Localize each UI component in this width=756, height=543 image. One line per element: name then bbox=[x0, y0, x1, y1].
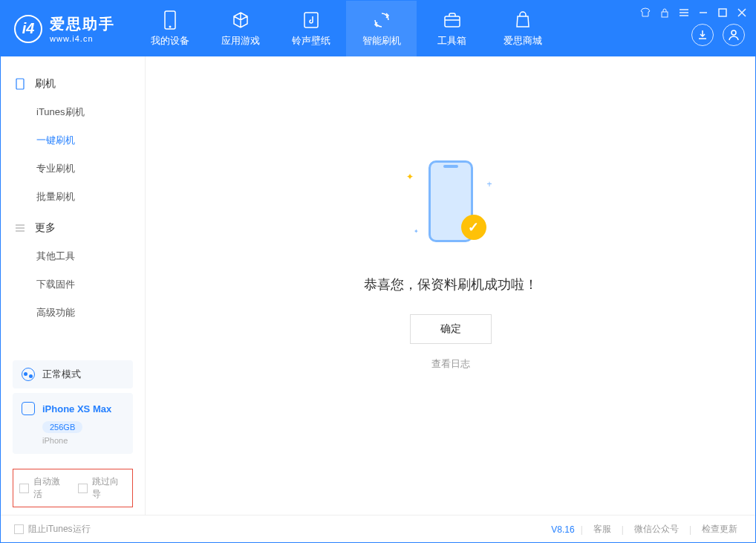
close-button[interactable] bbox=[736, 7, 748, 19]
nav-label: 爱思商城 bbox=[504, 34, 542, 48]
bag-icon bbox=[513, 10, 532, 30]
nav-my-device[interactable]: 我的设备 bbox=[134, 1, 205, 56]
sidebar-item-download-firmware[interactable]: 下载固件 bbox=[1, 270, 145, 299]
nav-flash[interactable]: 智能刷机 bbox=[346, 1, 417, 56]
checkbox-icon bbox=[19, 484, 29, 493]
sidebar-item-oneclick-flash[interactable]: 一键刷机 bbox=[1, 126, 145, 155]
app-logo: i4 爱思助手 www.i4.cn bbox=[1, 14, 134, 43]
nav-store[interactable]: 爱思商城 bbox=[487, 1, 558, 56]
version-label: V8.16 bbox=[551, 524, 574, 535]
device-card[interactable]: iPhone XS Max 256GB iPhone bbox=[13, 393, 133, 454]
device-icon bbox=[160, 10, 180, 30]
phone-icon bbox=[14, 78, 26, 90]
flash-options-highlighted: 自动激活 跳过向导 bbox=[13, 469, 133, 507]
music-icon bbox=[302, 10, 321, 30]
checkbox-icon bbox=[14, 524, 24, 534]
svg-point-6 bbox=[731, 30, 736, 35]
sidebar-flash-header: 刷机 bbox=[1, 70, 145, 98]
sidebar: 刷机 iTunes刷机 一键刷机 专业刷机 批量刷机 更多 其他工具 下载固件 … bbox=[1, 56, 146, 515]
app-title: 爱思助手 bbox=[50, 14, 115, 34]
nav-label: 我的设备 bbox=[151, 34, 189, 48]
sidebar-item-itunes-flash[interactable]: iTunes刷机 bbox=[1, 98, 145, 126]
ok-button[interactable]: 确定 bbox=[410, 314, 492, 344]
nav-ringtones[interactable]: 铃声壁纸 bbox=[276, 1, 346, 56]
sparkle-icon: ✦ bbox=[414, 228, 419, 235]
download-button[interactable] bbox=[691, 24, 714, 46]
nav-toolbox[interactable]: 工具箱 bbox=[417, 1, 487, 56]
status-bar: 阻止iTunes运行 V8.16 | 客服 | 微信公众号 | 检查更新 bbox=[1, 515, 755, 543]
sparkle-icon: ✦ bbox=[406, 172, 414, 182]
mode-label: 正常模式 bbox=[42, 368, 81, 381]
success-message: 恭喜您，保资料刷机成功啦！ bbox=[364, 276, 538, 293]
svg-rect-3 bbox=[445, 16, 460, 27]
title-bar: i4 爱思助手 www.i4.cn 我的设备 应用游戏 铃声壁纸 智能刷机 工具… bbox=[1, 1, 755, 56]
minimize-button[interactable] bbox=[697, 7, 709, 19]
device-mode-status[interactable]: 正常模式 bbox=[13, 360, 133, 388]
storage-badge: 256GB bbox=[42, 421, 82, 433]
user-button[interactable] bbox=[723, 24, 745, 46]
mode-icon bbox=[22, 368, 35, 381]
support-link[interactable]: 客服 bbox=[589, 523, 616, 536]
nav-apps[interactable]: 应用游戏 bbox=[205, 1, 276, 56]
device-icon bbox=[22, 402, 35, 415]
main-nav: 我的设备 应用游戏 铃声壁纸 智能刷机 工具箱 爱思商城 bbox=[134, 1, 558, 56]
window-controls bbox=[639, 7, 748, 19]
device-type: iPhone bbox=[42, 436, 124, 445]
cube-icon bbox=[231, 10, 250, 30]
sidebar-item-other-tools[interactable]: 其他工具 bbox=[1, 242, 145, 270]
nav-label: 工具箱 bbox=[437, 34, 466, 48]
svg-rect-4 bbox=[662, 12, 668, 17]
sidebar-item-pro-flash[interactable]: 专业刷机 bbox=[1, 155, 145, 183]
nav-label: 智能刷机 bbox=[362, 34, 401, 48]
checkbox-icon bbox=[78, 484, 88, 493]
maximize-button[interactable] bbox=[717, 7, 729, 19]
sidebar-item-advanced[interactable]: 高级功能 bbox=[1, 299, 145, 327]
sparkle-icon: + bbox=[486, 179, 492, 189]
refresh-icon bbox=[372, 10, 391, 30]
auto-activate-checkbox[interactable]: 自动激活 bbox=[19, 475, 68, 501]
view-log-link[interactable]: 查看日志 bbox=[431, 357, 470, 371]
skip-guide-checkbox[interactable]: 跳过向导 bbox=[78, 475, 126, 501]
sidebar-more-header: 更多 bbox=[1, 214, 145, 242]
header-actions bbox=[691, 24, 745, 46]
update-link[interactable]: 检查更新 bbox=[697, 523, 742, 536]
nav-label: 铃声壁纸 bbox=[292, 34, 330, 48]
logo-icon: i4 bbox=[14, 15, 42, 43]
svg-rect-5 bbox=[719, 9, 726, 16]
svg-point-1 bbox=[169, 25, 171, 27]
list-icon bbox=[14, 222, 26, 234]
toolbox-icon bbox=[443, 10, 462, 30]
app-subtitle: www.i4.cn bbox=[50, 34, 115, 43]
menu-icon[interactable] bbox=[678, 7, 690, 19]
check-badge-icon: ✓ bbox=[461, 215, 486, 240]
lock-icon[interactable] bbox=[659, 7, 671, 19]
svg-rect-7 bbox=[16, 79, 24, 89]
success-illustration: ✦ + ✦ ✓ bbox=[391, 142, 510, 261]
wechat-link[interactable]: 微信公众号 bbox=[630, 523, 683, 536]
device-name: iPhone XS Max bbox=[42, 403, 111, 414]
nav-label: 应用游戏 bbox=[221, 34, 260, 48]
shirt-icon[interactable] bbox=[639, 7, 651, 19]
main-content: ✦ + ✦ ✓ 恭喜您，保资料刷机成功啦！ 确定 查看日志 bbox=[146, 56, 755, 515]
sidebar-item-batch-flash[interactable]: 批量刷机 bbox=[1, 183, 145, 211]
block-itunes-checkbox[interactable]: 阻止iTunes运行 bbox=[14, 523, 91, 536]
